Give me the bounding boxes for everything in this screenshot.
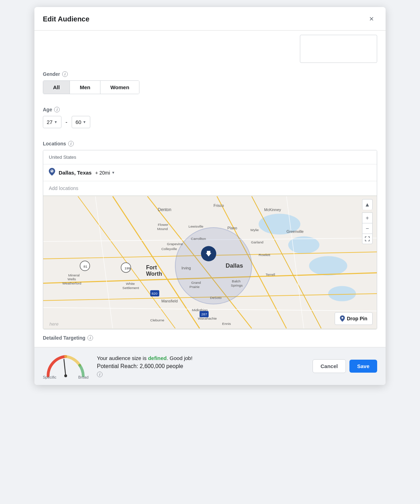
svg-text:McKinney: McKinney: [264, 208, 281, 212]
locations-box: United States Dallas, Texas + 20mi ▼: [43, 150, 377, 329]
svg-text:Frisco: Frisco: [214, 203, 224, 208]
top-input-area: [43, 31, 377, 66]
gender-info-icon[interactable]: i: [62, 71, 68, 77]
locations-label: Locations i: [43, 141, 377, 146]
locations-info-icon[interactable]: i: [68, 141, 74, 146]
svg-text:Greenville: Greenville: [287, 229, 304, 234]
location-pin-icon: [49, 168, 55, 177]
map-zoom-in-button[interactable]: +: [362, 212, 373, 223]
gender-button-group: All Men Women: [43, 80, 139, 94]
map-zoom-out-button[interactable]: −: [362, 223, 373, 234]
age-section: Age i 27 ▼ - 60 ▼: [43, 101, 377, 135]
detail-targeting-label: Detailed Targeting i: [43, 335, 377, 341]
meter-broad-label: Broad: [78, 375, 88, 379]
meter-specific-label: Specific: [43, 375, 57, 379]
location-country: United States: [43, 150, 377, 164]
modal-title: Edit Audience: [43, 15, 90, 23]
svg-text:Plano: Plano: [227, 226, 237, 230]
svg-text:Flower: Flower: [158, 223, 169, 227]
svg-text:here: here: [50, 321, 59, 327]
footer-actions: Cancel Save: [313, 359, 377, 373]
svg-text:Cleburne: Cleburne: [150, 318, 165, 322]
map-container[interactable]: Denton Frisco McKinney Greenville Flower…: [43, 196, 377, 329]
gender-section: Gender i All Men Women: [43, 66, 377, 101]
footer-text: Your audience size is defined. Good job!…: [88, 355, 313, 377]
svg-text:Wells: Wells: [67, 277, 76, 281]
gender-women-button[interactable]: Women: [100, 81, 139, 94]
svg-text:Settlement: Settlement: [123, 286, 139, 290]
svg-text:Springs: Springs: [231, 283, 243, 287]
map-controls: ▲ + −: [362, 199, 373, 244]
audience-meter: Specific Broad: [43, 353, 88, 379]
gender-all-button[interactable]: All: [43, 81, 70, 94]
svg-text:Irving: Irving: [182, 266, 191, 270]
svg-text:Rowlett: Rowlett: [259, 253, 270, 257]
drop-pin-button[interactable]: Drop Pin: [335, 312, 373, 325]
age-max-chevron: ▼: [83, 120, 86, 124]
close-button[interactable]: ×: [366, 13, 377, 25]
modal-body: Gender i All Men Women Age i 27 ▼ -: [34, 31, 386, 347]
add-locations-input[interactable]: Add locations: [43, 181, 377, 196]
locations-section: Locations i United States Dallas, Texas: [43, 135, 377, 329]
age-selects: 27 ▼ - 60 ▼: [43, 116, 377, 128]
svg-text:Mansfield: Mansfield: [161, 299, 178, 303]
location-radius-select[interactable]: + 20mi ▼: [95, 170, 115, 176]
age-separator: -: [66, 119, 67, 125]
svg-text:Prairie: Prairie: [190, 285, 200, 289]
age-min-chevron: ▼: [54, 120, 58, 124]
svg-text:199: 199: [125, 266, 131, 270]
radius-chevron: ▼: [111, 171, 115, 175]
potential-reach: Potential Reach: 2,600,000 people: [97, 363, 313, 369]
age-label: Age i: [43, 107, 377, 112]
svg-text:Garland: Garland: [251, 240, 263, 244]
svg-line-63: [64, 359, 66, 376]
age-info-icon[interactable]: i: [54, 107, 60, 112]
modal-footer: Specific Broad Your audience size is def…: [34, 347, 386, 385]
svg-point-64: [64, 374, 67, 377]
detail-targeting-section: Detailed Targeting i: [43, 329, 377, 347]
svg-point-5: [328, 286, 356, 301]
svg-text:Colleyville: Colleyville: [161, 247, 177, 251]
svg-text:Grand: Grand: [191, 281, 201, 284]
map-fit-button[interactable]: [362, 234, 373, 244]
svg-text:White: White: [126, 282, 135, 286]
gender-label: Gender i: [43, 71, 377, 77]
status-defined-word: defined: [148, 355, 166, 361]
svg-text:Worth: Worth: [146, 271, 162, 277]
reach-info-icon[interactable]: i: [97, 372, 103, 377]
cancel-button[interactable]: Cancel: [313, 359, 346, 373]
top-input-box[interactable]: [300, 35, 377, 63]
svg-text:Terrell: Terrell: [265, 273, 275, 276]
svg-text:Balch: Balch: [232, 279, 241, 283]
location-item: Dallas, Texas + 20mi ▼: [43, 164, 377, 181]
location-city: Dallas, Texas: [59, 170, 92, 176]
age-min-select[interactable]: 27 ▼: [43, 116, 61, 128]
modal-header: Edit Audience ×: [34, 7, 386, 31]
gender-men-button[interactable]: Men: [70, 81, 100, 94]
svg-point-4: [309, 256, 347, 275]
age-max-select[interactable]: 60 ▼: [72, 116, 90, 128]
svg-text:DeSoto: DeSoto: [210, 296, 222, 300]
save-button[interactable]: Save: [349, 360, 377, 373]
svg-text:Mineral: Mineral: [68, 273, 79, 277]
svg-text:Ennis: Ennis: [222, 322, 231, 326]
svg-text:Dallas: Dallas: [226, 262, 243, 269]
edit-audience-modal: Edit Audience × Gender i All Men Women A…: [34, 7, 386, 385]
detail-targeting-info-icon[interactable]: i: [87, 335, 93, 341]
svg-text:Denton: Denton: [158, 207, 171, 212]
audience-status: Your audience size is defined. Good job!: [97, 355, 313, 361]
svg-text:Carrollton: Carrollton: [191, 237, 206, 241]
map-scroll-up-button[interactable]: ▲: [362, 199, 373, 210]
svg-text:81: 81: [84, 264, 87, 268]
svg-text:Weatherford: Weatherford: [62, 281, 81, 285]
svg-text:Lewisville: Lewisville: [189, 224, 204, 228]
svg-text:287: 287: [201, 312, 207, 316]
reach-info: i: [97, 371, 313, 377]
svg-text:Fort: Fort: [146, 264, 157, 270]
svg-text:820: 820: [152, 292, 158, 295]
svg-text:Mound: Mound: [157, 227, 168, 231]
svg-text:Wylie: Wylie: [250, 228, 259, 232]
svg-text:Grapevine: Grapevine: [167, 242, 183, 246]
